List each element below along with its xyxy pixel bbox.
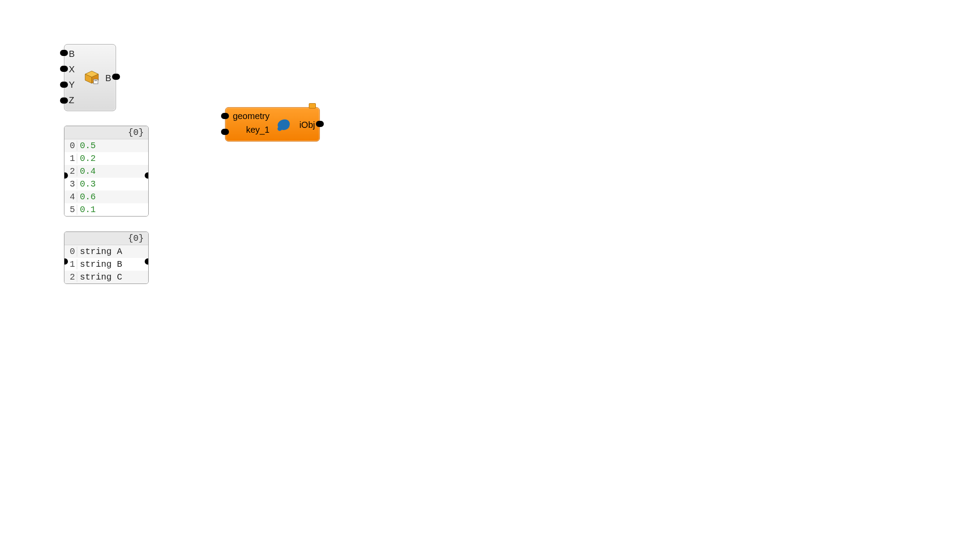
table-row: 40.6 bbox=[64, 190, 148, 203]
row-index: 0 bbox=[64, 141, 77, 151]
table-row: 0string A bbox=[64, 245, 148, 258]
box-3d-icon bbox=[83, 69, 101, 86]
row-value: 0.4 bbox=[77, 166, 96, 176]
output-label-b: B bbox=[105, 73, 111, 83]
table-row: 20.4 bbox=[64, 165, 148, 178]
iobj-component[interactable]: geometry key_1 iObj bbox=[225, 107, 320, 142]
row-value: 0.6 bbox=[77, 192, 96, 202]
box-component[interactable]: B X Y Z B bbox=[64, 44, 116, 111]
panel1-header: {0} bbox=[64, 126, 148, 139]
table-row: 2string C bbox=[64, 271, 148, 284]
port-input-y[interactable] bbox=[60, 82, 68, 88]
row-index: 4 bbox=[64, 192, 77, 202]
svg-point-5 bbox=[278, 127, 282, 131]
input-label-x: X bbox=[69, 64, 75, 75]
panel1-body: 00.510.220.430.340.650.1 bbox=[64, 139, 148, 216]
port-input-b[interactable] bbox=[60, 50, 68, 56]
panel2-body: 0string A1string B2string C bbox=[64, 245, 148, 284]
input-label-key1: key_1 bbox=[230, 125, 270, 135]
table-row: 00.5 bbox=[64, 139, 148, 152]
panel2-header: {0} bbox=[64, 232, 148, 245]
row-value: string B bbox=[77, 259, 122, 269]
row-value: 0.1 bbox=[77, 205, 96, 215]
row-index: 1 bbox=[64, 153, 77, 164]
data-panel-strings[interactable]: {0} 0string A1string B2string C bbox=[64, 231, 149, 284]
component-tab-icon bbox=[309, 103, 316, 108]
row-value: string C bbox=[77, 272, 122, 282]
input-label-y: Y bbox=[69, 80, 75, 90]
svg-rect-3 bbox=[94, 79, 98, 84]
panel2-port-out[interactable] bbox=[145, 258, 149, 265]
port-input-geometry[interactable] bbox=[221, 113, 229, 119]
orange-input-labels: geometry key_1 bbox=[230, 111, 270, 135]
row-index: 5 bbox=[64, 205, 77, 215]
port-input-x[interactable] bbox=[60, 66, 68, 72]
speckle-blob-icon bbox=[275, 116, 293, 134]
port-output-iobj[interactable] bbox=[316, 121, 324, 127]
box-input-labels: B X Y Z bbox=[69, 49, 75, 105]
input-label-geometry: geometry bbox=[230, 111, 270, 121]
row-value: string A bbox=[77, 246, 122, 257]
table-row: 10.2 bbox=[64, 152, 148, 165]
row-value: 0.5 bbox=[77, 141, 96, 151]
row-value: 0.3 bbox=[77, 179, 96, 189]
data-panel-numbers[interactable]: {0} 00.510.220.430.340.650.1 bbox=[64, 126, 149, 217]
row-value: 0.2 bbox=[77, 153, 96, 164]
row-index: 2 bbox=[64, 272, 77, 282]
table-row: 1string B bbox=[64, 258, 148, 271]
table-row: 50.1 bbox=[64, 203, 148, 216]
table-row: 30.3 bbox=[64, 178, 148, 190]
input-label-b: B bbox=[69, 49, 75, 59]
port-output-b[interactable] bbox=[112, 74, 120, 80]
svg-rect-4 bbox=[94, 80, 97, 81]
input-label-z: Z bbox=[69, 95, 75, 105]
row-index: 3 bbox=[64, 179, 77, 189]
port-input-z[interactable] bbox=[60, 97, 68, 104]
output-label-iobj: iObj bbox=[299, 120, 315, 130]
panel1-port-out[interactable] bbox=[145, 172, 149, 179]
port-input-key1[interactable] bbox=[221, 129, 229, 135]
row-index: 0 bbox=[64, 246, 77, 257]
